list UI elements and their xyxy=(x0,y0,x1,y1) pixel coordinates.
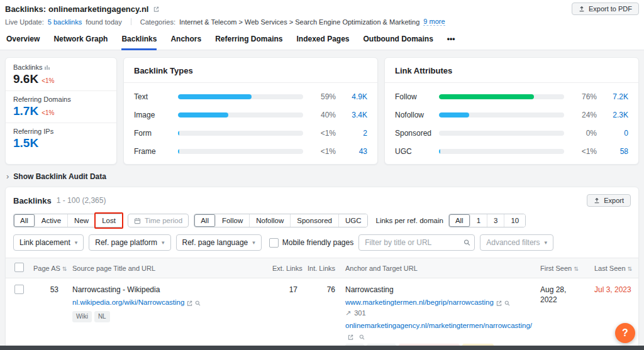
tab-network-graph[interactable]: Network Graph xyxy=(53,31,108,50)
title-url-filter xyxy=(358,234,475,251)
advanced-filters-dropdown[interactable]: Advanced filters ▾ xyxy=(480,234,553,251)
bar-row-frame: Frame<1%43 xyxy=(134,147,367,156)
table-header: Page AS⇅Source page Title and URLExt. Li… xyxy=(6,258,639,278)
filter-status-active[interactable]: Active xyxy=(35,214,68,227)
tab-outbound-domains[interactable]: Outbound Domains xyxy=(364,31,433,50)
report-tabs: OverviewNetwork GraphBacklinksAnchorsRef… xyxy=(0,31,644,50)
table-card-header: Backlinks 1 - 100 (2,365) Export xyxy=(6,194,638,214)
anchor-url-link[interactable]: www.marketingtermen.nl/begrip/narrowcast… xyxy=(345,298,494,306)
mobile-friendly-checkbox[interactable] xyxy=(269,238,279,248)
bar-track xyxy=(439,149,564,154)
help-button[interactable]: ? xyxy=(615,323,635,343)
chevron-down-icon: ▾ xyxy=(162,239,165,246)
ref-domains-metric-text: Referring Domains xyxy=(13,96,71,103)
audit-toggle-label: Show Backlink Audit Data xyxy=(13,172,106,181)
ref-ips-value-link[interactable]: 1.5K xyxy=(13,136,38,150)
ref-page-platform-dropdown[interactable]: Ref. page platform▾ xyxy=(89,234,170,251)
col-anchor-and-target-url[interactable]: Anchor and Target URL xyxy=(340,258,535,278)
external-link-icon[interactable] xyxy=(153,6,159,12)
link-placement-dropdown[interactable]: Link placement▾ xyxy=(13,234,84,251)
magnifier-icon[interactable] xyxy=(359,334,365,340)
bar-value-link[interactable]: 2 xyxy=(343,129,367,138)
export-to-pdf-button[interactable]: Export to PDF xyxy=(572,3,639,15)
title-row: Backlinks: onlinemarketingagency.nl Expo… xyxy=(0,3,644,15)
bar-label: Form xyxy=(134,129,170,138)
ref-page-language-label: Ref. page language xyxy=(182,238,248,247)
bar-value-link[interactable]: 3.4K xyxy=(343,111,367,119)
bar-percent: 24% xyxy=(572,111,597,119)
col-first-seen[interactable]: First Seen⇅ xyxy=(535,258,589,278)
filter-lpd-10[interactable]: 10 xyxy=(504,214,525,227)
target-url-link[interactable]: onlinemarketingagency.nl/marketingtermen… xyxy=(345,321,532,331)
bar-track xyxy=(178,94,303,99)
filter-attr-sponsored[interactable]: Sponsored xyxy=(291,214,339,227)
first-seen-cell: Aug 28, 2022 xyxy=(535,278,589,350)
filter-status-lost[interactable]: Lost xyxy=(96,214,122,227)
filter-dropdowns: Link placement▾Ref. page platform▾Ref. p… xyxy=(13,234,262,251)
magnifier-icon[interactable] xyxy=(504,300,510,306)
filter-attr-nofollow[interactable]: Nofollow xyxy=(250,214,291,227)
export-button[interactable]: Export xyxy=(587,194,631,207)
show-backlink-audit-toggle[interactable]: › Show Backlink Audit Data xyxy=(6,172,638,181)
ref-ips-metric-text: Referring IPs xyxy=(13,128,53,135)
magnifier-icon[interactable] xyxy=(195,300,201,306)
filter-lpd-3[interactable]: 3 xyxy=(487,214,504,227)
anchor-text: Narrowcasting xyxy=(345,285,530,295)
tab-anchors[interactable]: Anchors xyxy=(170,31,201,50)
filter-status-new[interactable]: New xyxy=(68,214,96,227)
redirect-arrow-icon: ↗ xyxy=(345,309,351,318)
tab-referring-domains[interactable]: Referring Domains xyxy=(215,31,282,50)
link-attributes-header: Link Attributes xyxy=(385,65,638,83)
filter-lpd-1[interactable]: 1 xyxy=(470,214,487,227)
row-checkbox[interactable] xyxy=(14,285,24,294)
bar-fill xyxy=(178,149,179,154)
time-period-button[interactable]: Time period xyxy=(128,214,189,227)
bar-track xyxy=(439,112,564,118)
col-source-page-title-and-url[interactable]: Source page Title and URL xyxy=(67,258,267,278)
col-ext-links[interactable]: Ext. Links xyxy=(267,258,303,278)
live-update-label: Live Update: xyxy=(5,18,44,26)
tag-pill: NL xyxy=(94,311,110,322)
select-all-checkbox[interactable] xyxy=(14,263,24,272)
filter-attr-follow[interactable]: Follow xyxy=(216,214,250,227)
tab-more[interactable]: ••• xyxy=(447,31,455,50)
ref-domains-value-link[interactable]: 1.7K xyxy=(13,104,38,118)
backlink-types-title: Backlink Types xyxy=(134,66,193,75)
tab-overview[interactable]: Overview xyxy=(6,31,40,50)
select-all-cell xyxy=(6,258,28,278)
bar-value-link[interactable]: 0 xyxy=(604,129,628,138)
external-link-icon[interactable] xyxy=(348,334,353,340)
external-link-icon[interactable] xyxy=(496,300,502,306)
mobile-friendly-checkbox-label[interactable]: Mobile friendly pages xyxy=(269,238,353,248)
bar-value-link[interactable]: 7.2K xyxy=(604,92,628,101)
filter-status-all[interactable]: All xyxy=(14,214,35,227)
filter-search-input[interactable] xyxy=(358,234,475,251)
filter-attr-ugc[interactable]: UGC xyxy=(339,214,368,227)
ref-ips-metric-row: 1.5K xyxy=(13,136,109,150)
col-last-seen[interactable]: Last Seen⇅ xyxy=(589,258,639,278)
categories-more-link[interactable]: 9 more xyxy=(423,18,445,26)
bar-value-link[interactable]: 58 xyxy=(604,147,628,156)
ref-ips-metric-label: Referring IPs xyxy=(13,128,109,135)
col-int-links[interactable]: Int. Links xyxy=(303,258,340,278)
tab-backlinks[interactable]: Backlinks xyxy=(121,31,157,50)
sort-icon[interactable]: ⇅ xyxy=(62,266,67,272)
bar-value-link[interactable]: 2.3K xyxy=(604,111,628,119)
source-url-link[interactable]: nl.wikipedia.org/wiki/Narrowcasting xyxy=(72,298,184,306)
tab-indexed-pages[interactable]: Indexed Pages xyxy=(296,31,349,50)
bar-value-link[interactable]: 43 xyxy=(343,147,367,156)
external-link-icon[interactable] xyxy=(187,300,192,306)
bar-value-link[interactable]: 4.9K xyxy=(343,92,367,101)
sort-icon[interactable]: ⇅ xyxy=(574,266,579,272)
filter-attr-all[interactable]: All xyxy=(194,214,216,227)
ref-page-language-dropdown[interactable]: Ref. page language▾ xyxy=(176,234,262,251)
sort-icon[interactable]: ⇅ xyxy=(628,266,633,272)
filter-lpd-all[interactable]: All xyxy=(449,214,470,227)
upload-icon xyxy=(594,197,600,204)
live-update-link[interactable]: 5 backlinks xyxy=(48,18,82,26)
backlinks-table-card: Backlinks 1 - 100 (2,365) Export AllActi… xyxy=(5,187,639,350)
chevron-down-icon: ▾ xyxy=(252,239,255,246)
follow-filter-group: AllFollowNofollowSponsoredUGC xyxy=(194,214,368,227)
bar-track xyxy=(178,112,303,118)
col-page-as[interactable]: Page AS⇅ xyxy=(28,258,67,278)
